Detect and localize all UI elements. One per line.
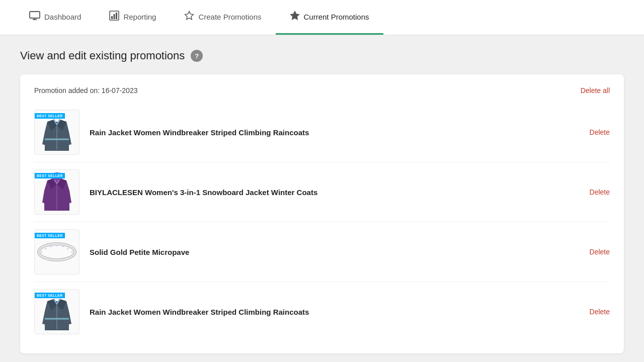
svg-point-16 <box>50 245 52 247</box>
svg-marker-8 <box>290 11 299 19</box>
help-icon[interactable]: ? <box>191 50 203 62</box>
promotions-card: Promotion added on: 16-07-2023 Delete al… <box>20 74 624 353</box>
svg-point-20 <box>41 251 43 253</box>
help-label: ? <box>195 52 199 60</box>
product-row: BEST SELLER BIYLACLESEN Women's 3-in-1 S… <box>34 162 610 222</box>
product-list: BEST SELLER Rain Jacket Women Windbreake… <box>34 103 610 341</box>
product-name: Rain Jacket Women Windbreaker Striped Cl… <box>90 128 580 137</box>
page-title: View and edit existing promotions <box>20 49 185 62</box>
tab-reporting-label: Reporting <box>123 13 156 21</box>
best-seller-badge: BEST SELLER <box>35 113 65 119</box>
product-image-wrapper: BEST SELLER <box>34 110 79 155</box>
product-image-wrapper: BEST SELLER <box>34 169 79 215</box>
card-header: Promotion added on: 16-07-2023 Delete al… <box>34 86 610 95</box>
star-outline-icon <box>184 11 194 23</box>
svg-point-17 <box>67 248 69 250</box>
product-row: BEST SELLER Rain Jacket Women Windbreake… <box>34 103 610 162</box>
delete-product-button[interactable]: Delete <box>590 308 610 316</box>
svg-point-15 <box>62 245 64 247</box>
svg-rect-5 <box>114 14 115 19</box>
delete-product-button[interactable]: Delete <box>590 128 610 136</box>
delete-product-button[interactable]: Delete <box>590 248 610 256</box>
product-image-wrapper: BEST SELLER <box>34 229 79 275</box>
product-row: BEST SELLER Rain Jacket Women Windbreake… <box>34 282 610 341</box>
product-name: Solid Gold Petite Micropave <box>90 248 580 256</box>
svg-point-14 <box>55 244 58 246</box>
svg-rect-4 <box>111 16 113 19</box>
delete-product-button[interactable]: Delete <box>590 188 610 196</box>
monitor-icon <box>29 11 40 23</box>
product-row: BEST SELLER Solid Gold Petite Micropave … <box>34 222 610 282</box>
product-image-svg <box>37 242 77 262</box>
tab-current-promotions-label: Current Promotions <box>304 13 369 21</box>
best-seller-badge: BEST SELLER <box>35 233 65 238</box>
product-name: Rain Jacket Women Windbreaker Striped Cl… <box>90 308 580 316</box>
tab-dashboard-label: Dashboard <box>44 13 81 21</box>
svg-marker-7 <box>185 11 194 19</box>
product-image-wrapper: BEST SELLER <box>34 289 79 334</box>
delete-all-button[interactable]: Delete all <box>581 86 610 95</box>
tab-reporting[interactable]: Reporting <box>95 0 170 35</box>
tab-current-promotions[interactable]: Current Promotions <box>276 0 383 35</box>
svg-rect-0 <box>30 12 40 18</box>
svg-point-18 <box>45 248 47 250</box>
svg-rect-6 <box>116 13 117 19</box>
svg-point-19 <box>71 251 73 253</box>
chart-icon <box>109 11 119 23</box>
navigation: Dashboard Reporting Create Promotions Cu… <box>0 0 644 35</box>
star-filled-icon <box>290 11 300 23</box>
promo-date: Promotion added on: 16-07-2023 <box>34 86 137 95</box>
main-content: View and edit existing promotions ? Prom… <box>0 35 644 362</box>
product-name: BIYLACLESEN Women's 3-in-1 Snowboard Jac… <box>90 188 580 197</box>
page-header: View and edit existing promotions ? <box>20 49 624 62</box>
best-seller-badge: BEST SELLER <box>35 293 65 298</box>
tab-dashboard[interactable]: Dashboard <box>15 0 95 35</box>
best-seller-badge: BEST SELLER <box>35 173 65 178</box>
tab-create-promotions[interactable]: Create Promotions <box>170 0 275 35</box>
tab-create-promotions-label: Create Promotions <box>198 13 261 21</box>
